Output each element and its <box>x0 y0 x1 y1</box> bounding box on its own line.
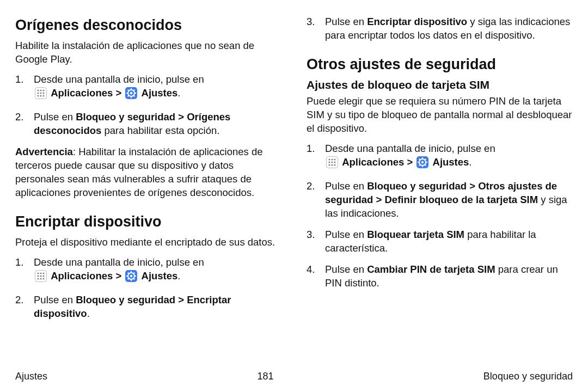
step-text: . <box>87 308 90 319</box>
step-text: Pulse en <box>34 111 76 122</box>
ajustes-label: Ajustes <box>142 87 178 99</box>
apps-grid-icon <box>326 156 338 172</box>
step-text: Pulse en <box>34 294 76 305</box>
svg-point-43 <box>328 159 330 161</box>
step-text: Pulse en <box>325 229 367 240</box>
list-item: 3. Pulse en Encriptar dispositivo y siga… <box>307 15 573 42</box>
left-column: Orígenes desconocidos Habilite la instal… <box>15 15 281 363</box>
step-number: 1. <box>307 142 315 156</box>
settings-gear-icon <box>125 270 137 286</box>
warning-paragraph: Advertencia: Habilitar la instalación de… <box>15 145 281 200</box>
svg-point-54 <box>421 161 424 163</box>
footer-right: Bloqueo y seguridad <box>483 371 573 382</box>
step-number: 2. <box>307 180 315 193</box>
list-item: 2. Pulse en Bloqueo y seguridad > Orígen… <box>15 111 281 138</box>
origenes-intro: Habilite la instalación de aplicaciones … <box>15 39 281 66</box>
step-text: Pulse en <box>325 180 367 192</box>
chevron: > <box>115 270 121 281</box>
page-footer: Ajustes 181 Bloqueo y seguridad <box>15 371 573 382</box>
warning-label: Advertencia <box>15 146 73 157</box>
svg-point-8 <box>40 95 41 97</box>
encriptar-intro: Proteja el dispositivo mediante el encri… <box>15 236 281 249</box>
period: . <box>177 270 180 281</box>
sim-intro: Puede elegir que se requiera su número P… <box>307 95 573 136</box>
svg-point-49 <box>328 164 330 166</box>
svg-point-4 <box>37 93 39 94</box>
period: . <box>177 87 180 99</box>
step-text: Pulse en <box>325 16 367 27</box>
step-number: 1. <box>15 256 23 270</box>
right-column: 3. Pulse en Encriptar dispositivo y siga… <box>307 15 573 363</box>
heading-encriptar: Encriptar dispositivo <box>15 213 281 230</box>
svg-point-30 <box>42 278 44 280</box>
heading-otros: Otros ajustes de seguridad <box>307 56 573 73</box>
svg-point-33 <box>130 275 132 277</box>
subheading-sim: Ajustes de bloqueo de tarjeta SIM <box>307 78 573 91</box>
svg-point-29 <box>40 278 41 280</box>
apps-grid-icon <box>35 270 47 286</box>
aplicaciones-label: Aplicaciones <box>342 156 404 168</box>
step-number: 2. <box>15 111 23 124</box>
two-column-layout: Orígenes desconocidos Habilite la instal… <box>15 15 573 363</box>
encriptar-steps: 1. Desde una pantalla de inicio, pulse e… <box>15 256 281 321</box>
apps-grid-icon <box>35 87 47 103</box>
svg-point-5 <box>40 93 41 94</box>
svg-point-1 <box>37 90 39 91</box>
svg-point-28 <box>37 278 39 280</box>
svg-point-7 <box>37 95 39 97</box>
footer-left: Ajustes <box>15 371 47 382</box>
step-number: 3. <box>307 228 315 242</box>
list-item: 1. Desde una pantalla de inicio, pulse e… <box>15 256 281 286</box>
svg-point-27 <box>42 275 44 277</box>
step-number: 2. <box>15 293 23 307</box>
list-item: 2. Pulse en Bloqueo y seguridad > Otros … <box>307 180 573 220</box>
svg-point-12 <box>130 92 132 94</box>
svg-point-2 <box>40 90 41 91</box>
svg-point-24 <box>42 273 44 274</box>
step-bold: Bloquear tarjeta SIM <box>367 229 464 240</box>
step-bold: Cambiar PIN de tarjeta SIM <box>367 264 495 275</box>
svg-point-46 <box>328 162 330 163</box>
list-item: 1. Desde una pantalla de inicio, pulse e… <box>15 73 281 103</box>
svg-point-45 <box>334 159 335 161</box>
step-text: Desde una pantalla de inicio, pulse en <box>325 143 495 154</box>
svg-point-6 <box>42 93 44 94</box>
svg-point-48 <box>334 162 335 163</box>
list-item: 4. Pulse en Cambiar PIN de tarjeta SIM p… <box>307 263 573 290</box>
ajustes-label: Ajustes <box>142 270 178 281</box>
step-text: Desde una pantalla de inicio, pulse en <box>34 256 204 268</box>
svg-point-26 <box>40 275 41 277</box>
step-text: Desde una pantalla de inicio, pulse en <box>34 74 204 85</box>
step-number: 4. <box>307 263 315 277</box>
svg-point-25 <box>37 275 39 277</box>
chevron: > <box>407 156 413 168</box>
step-bold: Encriptar dispositivo <box>367 16 467 27</box>
aplicaciones-label: Aplicaciones <box>51 87 113 99</box>
svg-point-9 <box>42 95 44 97</box>
chevron: > <box>115 87 121 99</box>
list-item: 1. Desde una pantalla de inicio, pulse e… <box>307 142 573 172</box>
origenes-steps: 1. Desde una pantalla de inicio, pulse e… <box>15 73 281 138</box>
svg-point-44 <box>331 159 333 161</box>
svg-point-47 <box>331 162 333 163</box>
list-item: 2. Pulse en Bloqueo y seguridad > Encrip… <box>15 293 281 321</box>
svg-point-50 <box>331 164 333 166</box>
settings-gear-icon <box>125 87 137 103</box>
aplicaciones-label: Aplicaciones <box>51 270 113 281</box>
period: . <box>469 156 471 168</box>
svg-point-22 <box>37 273 39 274</box>
sim-steps: 1. Desde una pantalla de inicio, pulse e… <box>307 142 573 290</box>
list-item: 3. Pulse en Bloquear tarjeta SIM para ha… <box>307 228 573 255</box>
step-text: para habilitar esta opción. <box>101 125 219 136</box>
step-text: Pulse en <box>325 264 367 275</box>
svg-point-3 <box>42 90 44 91</box>
footer-page-number: 181 <box>257 371 273 382</box>
svg-point-23 <box>40 273 41 274</box>
svg-point-51 <box>334 164 335 166</box>
step-number: 1. <box>15 73 23 87</box>
step-number: 3. <box>307 15 315 29</box>
settings-gear-icon <box>416 156 428 172</box>
ajustes-label: Ajustes <box>433 156 469 168</box>
encriptar-steps-continued: 3. Pulse en Encriptar dispositivo y siga… <box>307 15 573 42</box>
heading-origenes: Orígenes desconocidos <box>15 16 281 34</box>
